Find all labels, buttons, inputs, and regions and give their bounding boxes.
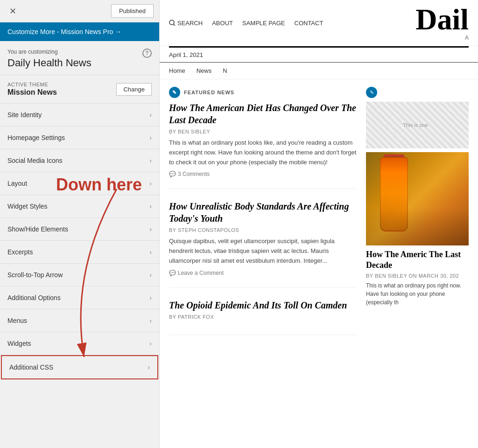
menu-item-homepage-settings[interactable]: Homepage Settings›: [0, 126, 159, 149]
menu-item-label-layout: Layout: [7, 180, 27, 187]
help-icon[interactable]: ?: [142, 49, 152, 58]
chevron-icon-widget-styles: ›: [149, 203, 152, 210]
chevron-icon-menus: ›: [149, 317, 152, 324]
menu-item-excerpts[interactable]: Excerpts›: [0, 241, 159, 264]
published-button[interactable]: Published: [111, 4, 154, 18]
date-label: April 1, 2021: [169, 51, 203, 58]
site-title: Dail: [415, 5, 469, 35]
site-title-area: Dail A: [415, 5, 469, 41]
right-panel: SEARCH ABOUT SAMPLE PAGE CONTACT Dail A …: [160, 0, 478, 448]
article-3-byline: BY PATRICK FOX: [169, 314, 357, 320]
menu-item-additional-options[interactable]: Additional Options›: [0, 287, 159, 309]
change-theme-button[interactable]: Change: [116, 83, 152, 96]
menu-item-label-social-media-icons: Social Media Icons: [7, 157, 63, 164]
menu-item-widget-styles[interactable]: Widget Styles›: [0, 195, 159, 218]
left-panel: ✕ Published Customize More - Mission New…: [0, 0, 160, 448]
active-theme-label: Active theme: [7, 82, 57, 87]
chevron-icon-additional-css: ›: [148, 364, 150, 371]
comment-icon: 💬: [169, 171, 176, 177]
menu-item-layout[interactable]: Layout›: [0, 172, 159, 195]
chevron-icon-layout: ›: [149, 180, 152, 187]
side-article-excerpt: This is what an ordinary pos right now. …: [366, 281, 469, 307]
customize-more-banner[interactable]: Customize More - Mission News Pro →: [0, 22, 159, 41]
chevron-icon-scroll-to-top-arrow: ›: [149, 271, 152, 279]
menu-item-show-hide-elements[interactable]: Show/Hide Elements›: [0, 218, 159, 241]
customizing-label: You are customizing: [7, 49, 152, 55]
side-column: ✎ This is one How The Americ The Last De…: [366, 87, 469, 427]
about-nav-link[interactable]: ABOUT: [212, 20, 233, 27]
menu-item-label-additional-options: Additional Options: [7, 294, 61, 301]
comment-icon-2: 💬: [169, 270, 176, 276]
menu-item-label-excerpts: Excerpts: [7, 248, 33, 256]
close-button[interactable]: ✕: [6, 4, 20, 18]
side-image: [366, 152, 469, 245]
comment-count: 3 Comments: [178, 171, 210, 177]
menu-item-label-site-identity: Site Identity: [7, 111, 42, 119]
comment-text-2: Leave a Comment: [178, 270, 224, 276]
contact-nav-link[interactable]: CONTACT: [295, 20, 323, 27]
article-2: How Unrealistic Body Standards Are Affec…: [169, 200, 357, 287]
customizing-section: You are customizing Daily Health News ?: [0, 41, 159, 75]
site-header: SEARCH ABOUT SAMPLE PAGE CONTACT Dail A: [160, 0, 478, 46]
menu-item-label-additional-css: Additional CSS: [9, 364, 53, 371]
chevron-icon-show-hide-elements: ›: [149, 225, 152, 233]
main-column: ✎ FEATURED NEWS How The American Diet Ha…: [169, 87, 357, 427]
menu-item-label-show-hide-elements: Show/Hide Elements: [7, 225, 68, 233]
top-bar: ✕ Published: [0, 0, 159, 22]
article-1-title[interactable]: How The American Diet Has Changed Over T…: [169, 102, 357, 126]
menu-item-widgets[interactable]: Widgets›: [0, 332, 159, 355]
content-area: ✎ FEATURED NEWS How The American Diet Ha…: [160, 79, 478, 434]
secondary-nav: Home News N: [160, 63, 478, 79]
menu-item-scroll-to-top-arrow[interactable]: Scroll-to-Top Arrow›: [0, 264, 159, 287]
article-2-title[interactable]: How Unrealistic Body Standards Are Affec…: [169, 200, 357, 224]
article-3: The Opioid Epidemic And Its Toll On Camd…: [169, 299, 357, 335]
side-placeholder: This is one: [366, 102, 469, 148]
customizing-title: Daily Health News: [7, 57, 152, 69]
featured-edit-icon[interactable]: ✎: [169, 87, 180, 98]
menu-item-menus[interactable]: Menus›: [0, 309, 159, 332]
search-nav-item[interactable]: SEARCH: [169, 20, 203, 27]
chevron-icon-additional-options: ›: [149, 294, 152, 301]
article-2-comments[interactable]: 💬 Leave a Comment: [169, 270, 357, 276]
chevron-icon-site-identity: ›: [149, 111, 152, 119]
article-1-comments[interactable]: 💬 3 Comments: [169, 171, 357, 177]
article-1-excerpt: This is what an ordinary post looks like…: [169, 138, 357, 167]
home-nav-link[interactable]: Home: [169, 67, 185, 74]
article-2-byline: BY STEPH CONSTAPOLOS: [169, 227, 357, 233]
featured-label: ✎ FEATURED NEWS: [169, 87, 357, 98]
menu-item-label-scroll-to-top-arrow: Scroll-to-Top Arrow: [7, 271, 63, 279]
article-1: How The American Diet Has Changed Over T…: [169, 102, 357, 189]
side-article-byline: BY BEN SIBLEY ON MARCH 30, 202: [366, 273, 469, 279]
article-3-title[interactable]: The Opioid Epidemic And Its Toll On Camd…: [169, 299, 357, 311]
article-2-excerpt: Quisque dapibus, velit eget ullamcorper …: [169, 237, 357, 266]
menu-item-social-media-icons[interactable]: Social Media Icons›: [0, 149, 159, 172]
side-article-title[interactable]: How The Americ The Last Decade: [366, 249, 469, 271]
menu-item-label-widgets: Widgets: [7, 340, 31, 347]
active-theme-section: Active theme Mission News Change: [0, 75, 159, 104]
menu-item-label-widget-styles: Widget Styles: [7, 203, 48, 210]
search-icon: [169, 20, 176, 26]
svg-point-1: [169, 20, 174, 25]
menu-item-site-identity[interactable]: Site Identity›: [0, 104, 159, 126]
menu-items-container: Site Identity›Homepage Settings›Social M…: [0, 104, 159, 379]
active-theme-info: Active theme Mission News: [7, 82, 57, 97]
more-nav-link[interactable]: N: [223, 67, 227, 74]
chevron-icon-homepage-settings: ›: [149, 134, 152, 141]
site-nav: SEARCH ABOUT SAMPLE PAGE CONTACT: [169, 20, 323, 27]
article-1-byline: BY BEN SIBLEY: [169, 129, 357, 134]
featured-text: FEATURED NEWS: [184, 90, 234, 95]
menu-item-additional-css[interactable]: Additional CSS›: [1, 355, 158, 379]
sample-page-nav-link[interactable]: SAMPLE PAGE: [242, 20, 285, 27]
chevron-icon-social-media-icons: ›: [149, 157, 152, 164]
search-nav-label: SEARCH: [177, 20, 203, 27]
news-nav-link[interactable]: News: [197, 67, 212, 74]
menu-item-label-menus: Menus: [7, 317, 27, 324]
svg-line-2: [174, 24, 175, 26]
image-overlay: [366, 152, 469, 245]
chevron-icon-excerpts: ›: [149, 248, 152, 256]
active-theme-name: Mission News: [7, 88, 57, 97]
chevron-icon-widgets: ›: [149, 340, 152, 347]
date-bar: April 1, 2021: [160, 48, 478, 63]
banner-label: Customize More - Mission News Pro →: [7, 28, 121, 35]
side-edit-icon[interactable]: ✎: [366, 87, 377, 98]
